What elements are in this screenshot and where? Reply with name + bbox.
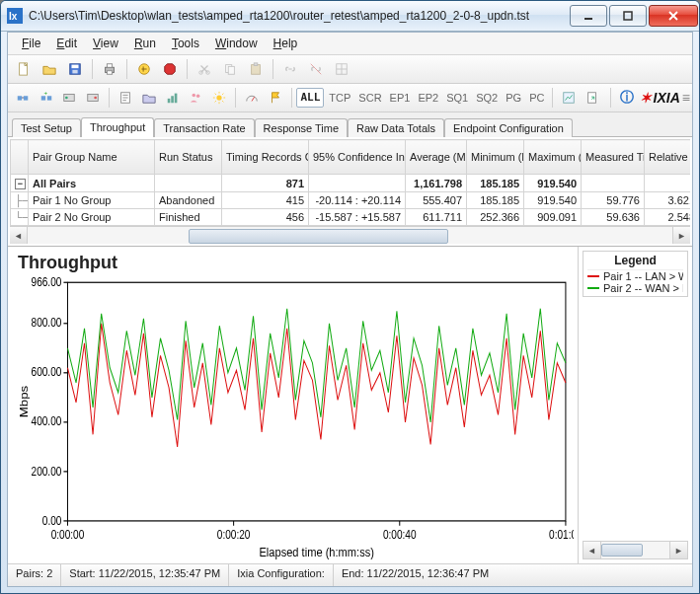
col-run-status[interactable]: Run Status (155, 140, 222, 175)
client-area: File Edit View Run Tools Window Help (7, 32, 693, 587)
tab-transaction-rate[interactable]: Transaction Rate (154, 118, 254, 137)
stop-icon[interactable] (158, 57, 182, 81)
svg-text:0:00:40: 0:00:40 (383, 528, 417, 541)
svg-rect-31 (171, 96, 174, 103)
table-row[interactable]: − All Pairs 871 1,161.798 185.185 919.54… (11, 175, 691, 192)
cut-icon[interactable] (193, 57, 216, 81)
tab-raw-data[interactable]: Raw Data Totals (348, 118, 444, 137)
col-pair-group[interactable]: Pair Group Name (29, 140, 155, 175)
chip-scr[interactable]: SCR (355, 92, 384, 104)
gauge-icon[interactable] (241, 86, 263, 110)
chart-title: Throughput (18, 253, 574, 273)
cell-avg: 611.711 (406, 209, 467, 226)
menu-edit[interactable]: Edit (48, 35, 85, 52)
legend-item[interactable]: Pair 1 -- LAN > WAN (587, 270, 683, 282)
col-confidence[interactable]: 95% Confidence Interval (309, 140, 406, 175)
scroll-left-icon[interactable]: ◄ (583, 542, 601, 558)
chip-sq1[interactable]: SQ1 (443, 92, 471, 104)
collapse-icon[interactable]: − (15, 179, 26, 189)
new-file-icon[interactable] (12, 57, 36, 81)
pair-plus-icon[interactable]: + (36, 86, 57, 110)
svg-rect-37 (588, 93, 596, 104)
chip-tcp[interactable]: TCP (326, 92, 353, 104)
col-minimum[interactable]: Minimum (Mbps) (467, 140, 524, 175)
analyze-icon[interactable] (162, 86, 184, 110)
legend-hscrollbar[interactable]: ◄ ► (583, 541, 688, 559)
table-row[interactable]: ├── Pair 1 No Group Abandoned 415 -20.11… (11, 192, 691, 209)
svg-text:0:00:00: 0:00:00 (51, 528, 85, 541)
results-icon[interactable] (558, 86, 580, 110)
scroll-thumb[interactable] (601, 544, 643, 557)
chip-pc[interactable]: PC (526, 92, 547, 104)
link-icon[interactable] (278, 57, 302, 81)
cell-run-status (155, 175, 222, 192)
tab-endpoint-config[interactable]: Endpoint Configuration (444, 118, 573, 137)
scroll-right-icon[interactable]: ► (672, 227, 690, 244)
svg-rect-6 (72, 65, 79, 69)
menu-file[interactable]: File (14, 35, 48, 52)
chip-pg[interactable]: PG (503, 92, 524, 104)
info-icon[interactable]: ⓘ (616, 86, 638, 110)
table-row[interactable]: └── Pair 2 No Group Finished 456 -15.587… (11, 209, 691, 226)
cell-ci: -20.114 : +20.114 (309, 192, 406, 209)
cell-prec: 3.621 (645, 192, 691, 209)
menu-window[interactable]: Window (207, 35, 266, 52)
chart-canvas[interactable]: 0.00200.00400.00600.00800.00966.000:00:0… (16, 275, 574, 561)
toolbar-sep (126, 59, 127, 79)
tab-response-time[interactable]: Response Time (255, 118, 348, 137)
chip-ep2[interactable]: EP2 (415, 92, 441, 104)
svg-text:Mbps: Mbps (18, 386, 31, 417)
toolbar-sep (272, 59, 273, 79)
cell-pair-group: Pair 2 No Group (29, 209, 155, 226)
close-button[interactable] (649, 5, 698, 27)
pair-add-icon[interactable] (12, 86, 34, 110)
people-icon[interactable] (185, 86, 206, 110)
menu-tools[interactable]: Tools (164, 35, 207, 52)
endpoint1-icon[interactable] (59, 86, 81, 110)
run-icon[interactable] (132, 57, 156, 81)
endpoint2-icon[interactable] (82, 86, 104, 110)
scroll-thumb[interactable] (189, 229, 448, 244)
script-icon[interactable] (115, 86, 136, 110)
col-maximum[interactable]: Maximum (Mbps) (524, 140, 582, 175)
grid-hscrollbar[interactable]: ◄ ► (10, 226, 690, 244)
unlink-icon[interactable] (304, 57, 328, 81)
copy-icon[interactable] (218, 57, 242, 81)
menu-run[interactable]: Run (126, 35, 164, 52)
col-measured-time[interactable]: Measured Time (sec) (582, 140, 645, 175)
chip-ep1[interactable]: EP1 (387, 92, 414, 104)
legend-label: Pair 1 -- LAN > WAN (603, 270, 683, 282)
tab-throughput[interactable]: Throughput (81, 117, 154, 137)
chip-sq2[interactable]: SQ2 (473, 92, 501, 104)
tab-test-setup[interactable]: Test Setup (12, 118, 81, 137)
svg-rect-38 (67, 282, 565, 521)
legend-pane: Legend Pair 1 -- LAN > WAN Pair 2 -- WAN… (579, 247, 692, 563)
svg-text:400.00: 400.00 (32, 415, 62, 428)
menu-help[interactable]: Help (266, 35, 306, 52)
minimize-button[interactable] (570, 5, 607, 27)
legend-item[interactable]: Pair 2 -- WAN > LAN (587, 282, 683, 294)
print-icon[interactable] (98, 57, 121, 81)
svg-rect-16 (228, 66, 234, 74)
menu-view[interactable]: View (85, 35, 126, 52)
scroll-left-icon[interactable]: ◄ (10, 227, 28, 244)
save-icon[interactable] (63, 57, 87, 81)
tree-toggle-cell[interactable]: − (11, 175, 29, 192)
scroll-right-icon[interactable]: ► (669, 542, 687, 558)
col-relative-precision[interactable]: Relative Precision (645, 140, 691, 175)
paste-icon[interactable] (244, 57, 268, 81)
maximize-button[interactable] (609, 5, 647, 27)
folder2-icon[interactable] (138, 86, 160, 110)
export-icon[interactable] (582, 86, 603, 110)
cell-run-status: Finished (155, 209, 222, 226)
grid-icon[interactable] (330, 57, 353, 81)
svg-point-34 (196, 95, 200, 99)
flag-icon[interactable] (265, 86, 286, 110)
open-folder-icon[interactable] (38, 57, 61, 81)
filter-all-button[interactable]: ALL (296, 88, 324, 108)
col-average[interactable]: Average (Mbps) (406, 140, 467, 175)
sun-icon[interactable] (208, 86, 230, 110)
col-timing-records[interactable]: Timing Records Completed (222, 140, 309, 175)
col-tree[interactable] (11, 140, 29, 175)
cell-avg: 1,161.798 (406, 175, 467, 192)
